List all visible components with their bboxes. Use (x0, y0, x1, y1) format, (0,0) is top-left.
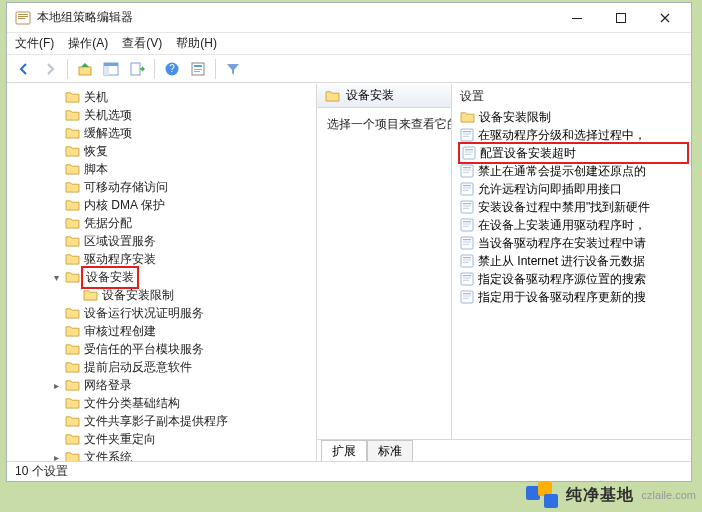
tree-item[interactable]: 关机选项 (7, 106, 316, 124)
folder-icon (65, 163, 80, 175)
svg-rect-2 (18, 16, 28, 17)
settings-item[interactable]: 在驱动程序分级和选择过程中， (460, 126, 691, 144)
svg-rect-9 (104, 66, 109, 75)
tree-item-label: 区域设置服务 (84, 233, 156, 250)
tree-item[interactable]: 文件共享影子副本提供程序 (7, 412, 316, 430)
folder-icon (65, 235, 80, 247)
svg-rect-16 (194, 71, 200, 72)
tree-item[interactable]: 关机 (7, 88, 316, 106)
svg-rect-46 (463, 257, 471, 258)
tree-item[interactable]: 文件分类基础结构 (7, 394, 316, 412)
svg-rect-55 (463, 295, 471, 296)
svg-rect-51 (463, 277, 471, 278)
forward-button[interactable] (39, 58, 61, 80)
setting-item-icon (460, 218, 474, 232)
svg-rect-34 (463, 203, 471, 204)
svg-rect-45 (461, 255, 473, 267)
tree-item[interactable]: 受信任的平台模块服务 (7, 340, 316, 358)
svg-rect-43 (463, 241, 471, 242)
settings-item[interactable]: 指定设备驱动程序源位置的搜索 (460, 270, 691, 288)
tree-item-label: 文件分类基础结构 (84, 395, 180, 412)
menu-action[interactable]: 操作(A) (68, 35, 108, 52)
expander-icon[interactable]: ▸ (51, 452, 61, 462)
status-text: 10 个设置 (15, 463, 68, 480)
tree-item[interactable]: ▾设备安装 (7, 268, 316, 286)
tree-item[interactable]: 提前启动反恶意软件 (7, 358, 316, 376)
tab-extended[interactable]: 扩展 (321, 440, 367, 461)
svg-rect-52 (463, 280, 469, 281)
settings-column-header[interactable]: 设置 (452, 84, 691, 106)
tree-item[interactable]: 可移动存储访问 (7, 178, 316, 196)
tree-item-label: 文件夹重定向 (84, 431, 156, 448)
svg-rect-44 (463, 244, 469, 245)
settings-item-label: 在驱动程序分级和选择过程中， (478, 127, 646, 144)
up-button[interactable] (74, 58, 96, 80)
settings-item[interactable]: 禁止从 Internet 进行设备元数据 (460, 252, 691, 270)
svg-rect-48 (463, 262, 469, 263)
menu-view[interactable]: 查看(V) (122, 35, 162, 52)
tree-pane[interactable]: 关机关机选项缓解选项恢复脚本可移动存储访问内核 DMA 保护凭据分配区域设置服务… (7, 84, 317, 461)
settings-item[interactable]: 配置设备安装超时 (460, 144, 687, 162)
menubar: 文件(F) 操作(A) 查看(V) 帮助(H) (7, 33, 691, 55)
svg-rect-23 (465, 151, 473, 152)
folder-icon (65, 451, 80, 461)
tree-item-label: 内核 DMA 保护 (84, 197, 165, 214)
settings-item[interactable]: 指定用于设备驱动程序更新的搜 (460, 288, 691, 306)
help-button[interactable]: ? (161, 58, 183, 80)
tree-item[interactable]: 文件夹重定向 (7, 430, 316, 448)
tree-item[interactable]: 内核 DMA 保护 (7, 196, 316, 214)
menu-help[interactable]: 帮助(H) (176, 35, 217, 52)
show-hide-tree-button[interactable] (100, 58, 122, 80)
close-button[interactable] (643, 4, 687, 32)
minimize-button[interactable] (555, 4, 599, 32)
menu-file[interactable]: 文件(F) (15, 35, 54, 52)
settings-item[interactable]: 禁止在通常会提示创建还原点的 (460, 162, 691, 180)
svg-rect-42 (463, 239, 471, 240)
folder-icon (83, 289, 98, 301)
tree-item[interactable]: 设备安装限制 (7, 286, 316, 304)
svg-rect-5 (617, 13, 626, 22)
svg-rect-47 (463, 259, 471, 260)
settings-subfolder[interactable]: 设备安装限制 (460, 108, 691, 126)
expander-icon[interactable]: ▾ (51, 272, 61, 283)
settings-item[interactable]: 允许远程访问即插即用接口 (460, 180, 691, 198)
svg-rect-58 (538, 482, 552, 496)
watermark-logo-icon (526, 482, 560, 508)
tab-standard[interactable]: 标准 (367, 440, 413, 461)
settings-item[interactable]: 安装设备过程中禁用"找到新硬件 (460, 198, 691, 216)
svg-rect-19 (463, 133, 471, 134)
back-button[interactable] (13, 58, 35, 80)
tree-item[interactable]: ▸文件系统 (7, 448, 316, 461)
svg-rect-29 (461, 183, 473, 195)
settings-item[interactable]: 在设备上安装通用驱动程序时， (460, 216, 691, 234)
svg-rect-24 (465, 154, 471, 155)
tree-item[interactable]: 凭据分配 (7, 214, 316, 232)
tree-item-label: 设备运行状况证明服务 (84, 305, 204, 322)
tree-item[interactable]: 恢复 (7, 142, 316, 160)
tree-item-label: 关机选项 (84, 107, 132, 124)
settings-item[interactable]: 当设备驱动程序在安装过程中请 (460, 234, 691, 252)
maximize-button[interactable] (599, 4, 643, 32)
setting-item-icon (460, 254, 474, 268)
tree-item[interactable]: ▸网络登录 (7, 376, 316, 394)
svg-rect-28 (463, 172, 469, 173)
expander-icon[interactable]: ▸ (51, 380, 61, 391)
tree-item[interactable]: 缓解选项 (7, 124, 316, 142)
filter-button[interactable] (222, 58, 244, 80)
svg-rect-30 (463, 185, 471, 186)
svg-rect-22 (465, 149, 473, 150)
tree-item-label: 关机 (84, 89, 108, 106)
toolbar-separator (67, 59, 68, 79)
watermark-name: 纯净基地 (566, 485, 634, 506)
tree-item[interactable]: 脚本 (7, 160, 316, 178)
watermark: 纯净基地 czlaile.com (526, 482, 696, 508)
tree-item[interactable]: 区域设置服务 (7, 232, 316, 250)
settings-item-label: 在设备上安装通用驱动程序时， (478, 217, 646, 234)
tree-item[interactable]: 设备运行状况证明服务 (7, 304, 316, 322)
settings-item-label: 配置设备安装超时 (480, 145, 576, 162)
tree-item[interactable]: 审核过程创建 (7, 322, 316, 340)
folder-icon (65, 433, 80, 445)
properties-button[interactable] (187, 58, 209, 80)
export-list-button[interactable] (126, 58, 148, 80)
tree-item[interactable]: 驱动程序安装 (7, 250, 316, 268)
